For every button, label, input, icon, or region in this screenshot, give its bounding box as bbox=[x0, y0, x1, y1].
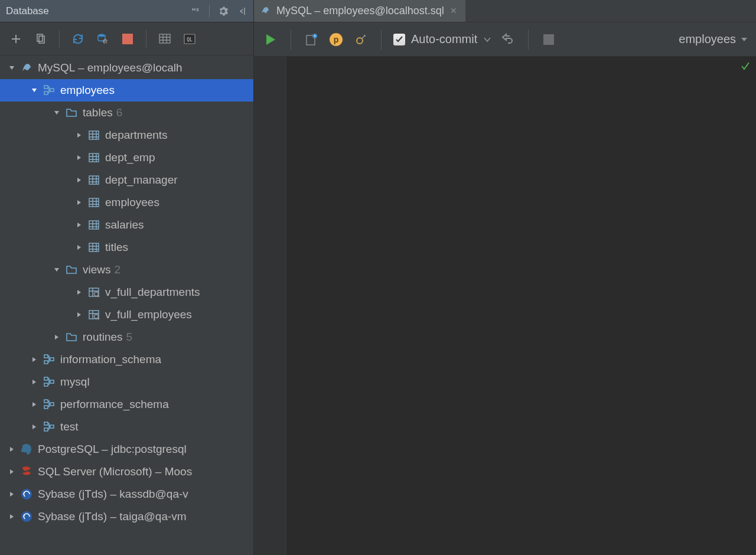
expand-arrow-icon[interactable] bbox=[28, 84, 40, 96]
node-icon bbox=[87, 196, 100, 209]
node-count: 6 bbox=[116, 106, 123, 119]
tree-connection[interactable]: PostgreSQL – jdbc:postgresql bbox=[0, 438, 253, 461]
node-label: performance_schema bbox=[60, 398, 169, 411]
svg-rect-1 bbox=[39, 36, 44, 43]
tree-folder[interactable]: tables6 bbox=[0, 102, 253, 124]
expand-arrow-icon[interactable] bbox=[6, 488, 18, 500]
expand-arrow-icon[interactable] bbox=[6, 62, 18, 74]
svg-rect-3 bbox=[122, 34, 133, 44]
tree-schema[interactable]: employees bbox=[0, 79, 253, 102]
expand-arrow-icon[interactable] bbox=[51, 107, 63, 119]
svg-rect-15 bbox=[89, 243, 99, 252]
tree-item[interactable]: v_full_employees bbox=[0, 303, 253, 326]
tree-folder[interactable]: routines5 bbox=[0, 326, 253, 348]
sidebar-toolbar: QL bbox=[0, 22, 253, 56]
panel-title: Database bbox=[6, 5, 190, 17]
refresh-icon[interactable] bbox=[70, 31, 86, 47]
editor-area: MySQL – employees@localhost.sql ✕ p Auto… bbox=[254, 0, 756, 555]
expand-arrow-icon[interactable] bbox=[51, 331, 63, 343]
svg-rect-13 bbox=[89, 198, 99, 207]
stop-icon[interactable] bbox=[120, 31, 135, 47]
tree-connection[interactable]: Sybase (jTds) – kassdb@qa-v bbox=[0, 483, 253, 505]
database-tree[interactable]: MySQL – employees@localhemployeestables6… bbox=[0, 56, 253, 555]
node-icon bbox=[65, 106, 78, 119]
node-label: salaries bbox=[105, 218, 144, 231]
node-icon bbox=[87, 151, 100, 164]
tree-item[interactable]: dept_manager bbox=[0, 169, 253, 191]
svg-point-33 bbox=[21, 511, 32, 522]
expand-arrow-icon[interactable] bbox=[73, 174, 85, 186]
expand-arrow-icon[interactable] bbox=[51, 264, 63, 276]
sql-editor[interactable] bbox=[254, 57, 756, 555]
run-icon[interactable] bbox=[262, 31, 279, 48]
node-icon bbox=[43, 398, 56, 411]
open-console-icon[interactable]: QL bbox=[182, 31, 197, 47]
tree-item[interactable]: titles bbox=[0, 236, 253, 259]
expand-arrow-icon[interactable] bbox=[73, 152, 85, 164]
table-view-icon[interactable] bbox=[157, 31, 172, 47]
tree-schema[interactable]: information_schema bbox=[0, 348, 253, 371]
separator bbox=[291, 30, 291, 50]
tree-item[interactable]: employees bbox=[0, 191, 253, 214]
editor-tabbar: MySQL – employees@localhost.sql ✕ bbox=[254, 0, 756, 22]
add-datasource-icon[interactable] bbox=[8, 31, 24, 47]
svg-rect-21 bbox=[44, 361, 48, 364]
duplicate-icon[interactable] bbox=[33, 31, 48, 47]
tree-schema[interactable]: mysql bbox=[0, 371, 253, 393]
auto-commit-toggle[interactable]: Auto-commit bbox=[393, 32, 491, 46]
tree-schema[interactable]: performance_schema bbox=[0, 393, 253, 416]
parameters-icon[interactable]: p bbox=[328, 31, 344, 48]
node-label: v_full_departments bbox=[105, 286, 200, 299]
hide-panel-icon[interactable] bbox=[237, 6, 247, 17]
expand-arrow-icon[interactable] bbox=[73, 286, 85, 298]
tree-connection[interactable]: SQL Server (Microsoft) – Moos bbox=[0, 461, 253, 483]
tree-folder[interactable]: views2 bbox=[0, 259, 253, 281]
node-icon bbox=[87, 218, 100, 231]
rollback-icon[interactable] bbox=[500, 31, 516, 48]
tree-item[interactable]: dept_emp bbox=[0, 146, 253, 169]
node-label: MySQL – employees@localh bbox=[38, 61, 183, 74]
stop-query-icon[interactable] bbox=[540, 31, 557, 48]
expand-arrow-icon[interactable] bbox=[28, 354, 40, 365]
node-count: 2 bbox=[115, 263, 121, 276]
svg-rect-9 bbox=[50, 89, 54, 92]
expand-arrow-icon[interactable] bbox=[73, 219, 85, 231]
svg-rect-30 bbox=[44, 428, 48, 431]
schema-picker[interactable]: employees bbox=[679, 32, 748, 46]
close-icon[interactable]: ✕ bbox=[450, 6, 457, 15]
execution-plan-icon[interactable] bbox=[303, 31, 320, 48]
svg-rect-24 bbox=[44, 383, 48, 386]
tree-connection[interactable]: MySQL – employees@localh bbox=[0, 57, 253, 79]
view-mode-icon[interactable] bbox=[190, 6, 201, 17]
expand-arrow-icon[interactable] bbox=[6, 443, 18, 455]
tree-item[interactable]: departments bbox=[0, 124, 253, 146]
expand-arrow-icon[interactable] bbox=[73, 197, 85, 208]
expand-arrow-icon[interactable] bbox=[28, 421, 40, 433]
node-icon bbox=[43, 84, 56, 97]
settings-icon[interactable] bbox=[353, 31, 369, 48]
node-icon bbox=[87, 174, 100, 187]
separator bbox=[209, 5, 210, 18]
expand-arrow-icon[interactable] bbox=[6, 466, 18, 478]
tree-connection[interactable]: Sybase (jTds) – taiga@qa-vm bbox=[0, 505, 253, 528]
tree-item[interactable]: salaries bbox=[0, 214, 253, 236]
expand-arrow-icon[interactable] bbox=[73, 309, 85, 321]
node-label: SQL Server (Microsoft) – Moos bbox=[38, 465, 192, 478]
expand-arrow-icon[interactable] bbox=[28, 376, 40, 388]
tree-item[interactable]: v_full_departments bbox=[0, 281, 253, 303]
svg-point-17 bbox=[94, 292, 99, 296]
node-icon bbox=[87, 241, 100, 254]
svg-rect-25 bbox=[50, 380, 54, 383]
node-label: employees bbox=[105, 196, 159, 209]
expand-arrow-icon[interactable] bbox=[28, 399, 40, 410]
node-icon bbox=[87, 286, 100, 299]
expand-arrow-icon[interactable] bbox=[73, 241, 85, 253]
expand-arrow-icon[interactable] bbox=[73, 129, 85, 141]
chevron-down-icon bbox=[483, 35, 491, 44]
editor-tab[interactable]: MySQL – employees@localhost.sql ✕ bbox=[254, 0, 466, 22]
tree-schema[interactable]: test bbox=[0, 416, 253, 438]
datasource-properties-icon[interactable] bbox=[95, 31, 110, 47]
expand-arrow-icon[interactable] bbox=[6, 511, 18, 523]
svg-rect-26 bbox=[44, 400, 48, 403]
gear-icon[interactable] bbox=[218, 6, 229, 17]
